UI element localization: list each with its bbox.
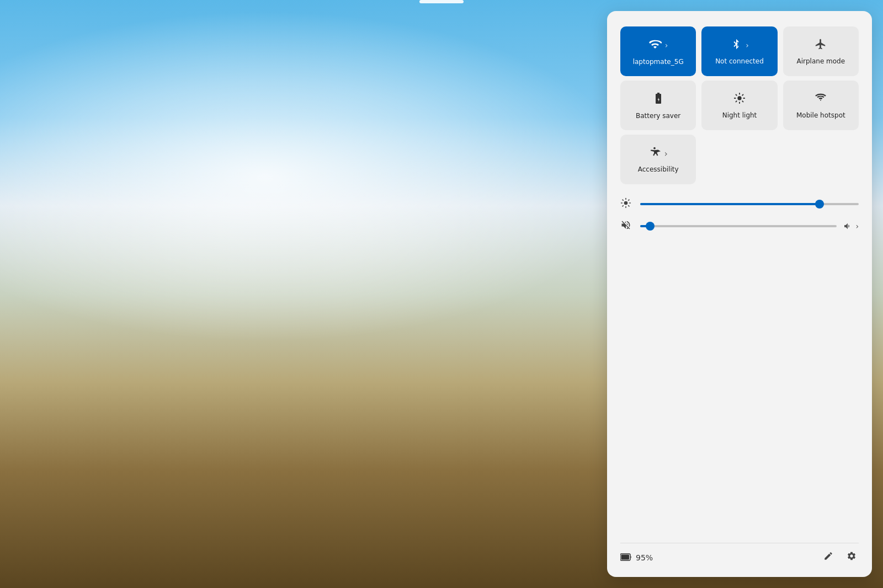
mobile-hotspot-tile-inner	[815, 92, 827, 107]
volume-thumb[interactable]	[646, 222, 655, 231]
bottom-bar: 95%	[620, 543, 859, 566]
sliders-section: ›	[620, 197, 859, 532]
screen-glare	[419, 0, 464, 3]
volume-settings-icon	[843, 222, 852, 231]
bottom-action-icons	[821, 549, 859, 566]
battery-saver-tile-inner	[652, 92, 665, 108]
night-light-label: Night light	[722, 111, 757, 119]
svg-point-2	[624, 201, 628, 205]
airplane-tile-inner	[815, 38, 827, 53]
battery-saver-tile[interactable]: Battery saver	[620, 81, 696, 130]
edit-quick-settings-button[interactable]	[821, 549, 836, 566]
svg-point-0	[737, 96, 741, 100]
brightness-icon	[620, 197, 634, 211]
accessibility-tile[interactable]: › Accessibility	[620, 135, 696, 184]
volume-slider-row: ›	[620, 220, 859, 233]
volume-arrow-icon[interactable]: ›	[855, 222, 859, 231]
accessibility-label: Accessibility	[638, 165, 679, 173]
volume-extra-controls: ›	[843, 222, 859, 231]
bluetooth-tile-inner: ›	[730, 38, 749, 53]
quick-tiles-row-2: Battery saver Night light	[620, 81, 859, 130]
night-light-icon	[733, 92, 746, 107]
bluetooth-chevron-icon: ›	[746, 41, 749, 50]
accessibility-icon	[648, 146, 661, 161]
action-center-panel: › laptopmate_5G › Not connected	[607, 11, 872, 577]
volume-mute-icon	[620, 220, 634, 233]
battery-saver-icon	[652, 92, 665, 108]
battery-saver-label: Battery saver	[636, 112, 680, 120]
settings-button[interactable]	[844, 549, 859, 566]
svg-rect-4	[621, 555, 630, 560]
bluetooth-tile[interactable]: › Not connected	[701, 26, 777, 76]
wifi-tile[interactable]: › laptopmate_5G	[620, 26, 696, 76]
quick-tiles-row-1: › laptopmate_5G › Not connected	[620, 26, 859, 76]
wifi-label: laptopmate_5G	[633, 58, 684, 66]
accessibility-tile-inner: ›	[648, 146, 667, 161]
mobile-hotspot-label: Mobile hotspot	[796, 111, 845, 119]
night-light-tile[interactable]: Night light	[701, 81, 777, 130]
wifi-chevron-icon: ›	[665, 41, 668, 50]
bluetooth-icon	[730, 38, 742, 53]
svg-point-1	[654, 147, 656, 149]
airplane-tile[interactable]: Airplane mode	[783, 26, 859, 76]
airplane-label: Airplane mode	[797, 57, 845, 65]
accessibility-chevron-icon: ›	[664, 148, 667, 159]
volume-track[interactable]	[640, 225, 837, 227]
brightness-thumb[interactable]	[815, 200, 824, 209]
wifi-tile-inner: ›	[648, 38, 668, 54]
quick-tiles-row-3: › Accessibility	[620, 135, 859, 184]
bluetooth-label: Not connected	[715, 57, 764, 65]
airplane-icon	[815, 38, 827, 53]
brightness-fill	[640, 203, 820, 205]
battery-percentage: 95%	[636, 553, 653, 562]
mobile-hotspot-icon	[815, 92, 827, 107]
battery-icon	[620, 552, 632, 563]
brightness-slider-row	[620, 197, 859, 211]
battery-info: 95%	[620, 552, 653, 563]
night-light-tile-inner	[733, 92, 746, 107]
brightness-track[interactable]	[640, 203, 859, 205]
mobile-hotspot-tile[interactable]: Mobile hotspot	[783, 81, 859, 130]
wifi-icon	[648, 38, 662, 54]
